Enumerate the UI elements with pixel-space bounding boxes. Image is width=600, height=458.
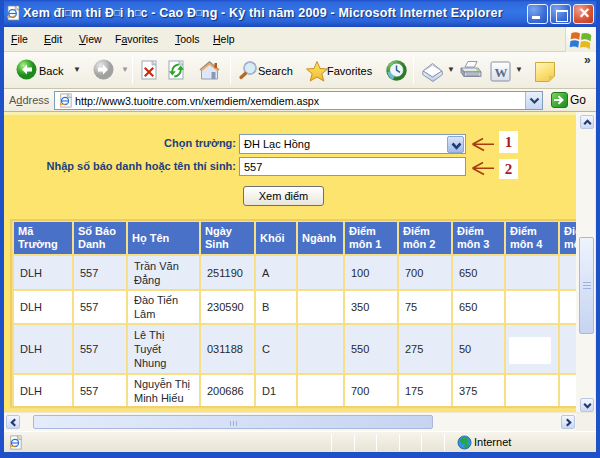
- svg-text:W: W: [495, 65, 508, 80]
